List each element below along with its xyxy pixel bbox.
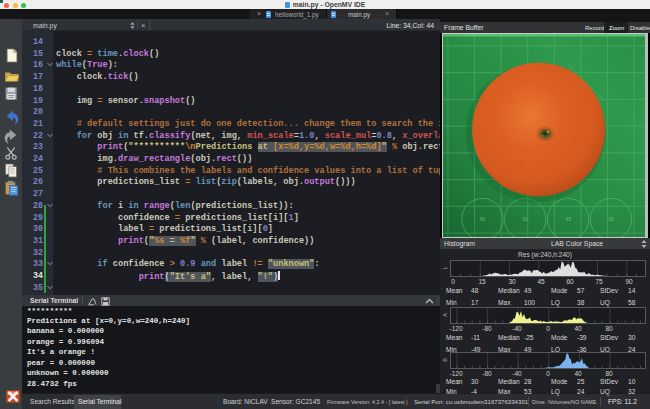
svg-text:30: 30 xyxy=(608,217,614,222)
svg-text:45: 45 xyxy=(565,217,571,222)
svg-text:60: 60 xyxy=(523,217,529,222)
svg-text:90: 90 xyxy=(480,217,486,222)
